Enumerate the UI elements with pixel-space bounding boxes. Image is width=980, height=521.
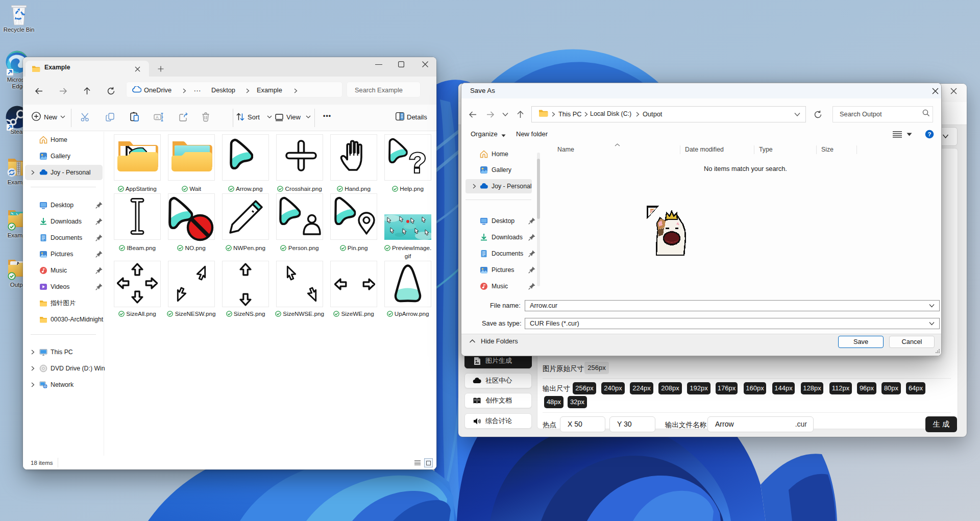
svg-text:?: ?: [409, 146, 426, 178]
svg-text:A: A: [156, 115, 159, 120]
svg-text:?: ?: [927, 131, 931, 137]
